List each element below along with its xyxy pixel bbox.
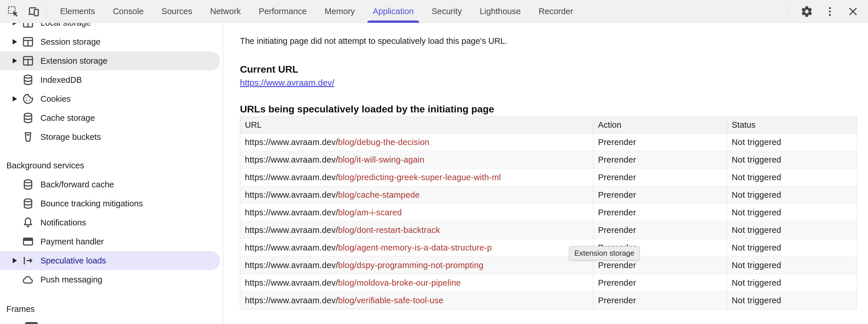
column-header-status: Status (727, 117, 857, 134)
database-icon (21, 73, 35, 86)
tab-recorder[interactable]: Recorder (530, 0, 582, 23)
status-cell: Not triggered (727, 204, 857, 221)
url-path: blog/cache-stampede (338, 190, 420, 200)
sidebar-item-bounce-tracking-mitigations[interactable]: Bounce tracking mitigations (0, 194, 223, 213)
inspect-icon[interactable] (5, 3, 21, 20)
speculative-urls-heading: URLs being speculatively loaded by the i… (240, 103, 868, 115)
tab-security[interactable]: Security (423, 0, 471, 23)
url-cell: https://www.avraam.dev/blog/debug-the-de… (240, 134, 593, 151)
table-icon (21, 54, 35, 67)
panel-tabs: ElementsConsoleSourcesNetworkPerformance… (46, 0, 582, 23)
table-row: https://www.avraam.dev/blog/it-will-swin… (240, 151, 857, 169)
table-row: https://www.avraam.dev/blog/debug-the-de… (240, 134, 857, 151)
tab-lighthouse[interactable]: Lighthouse (471, 0, 530, 23)
sidebar-item-label: Extension storage (40, 56, 107, 66)
frame-document-icon (25, 322, 38, 324)
url-path: blog/debug-the-decision (338, 138, 429, 147)
sidebar-item-storage-buckets[interactable]: Storage buckets (0, 128, 223, 146)
sidebar-item-session-storage[interactable]: Session storage (0, 32, 223, 51)
url-path: blog/it-will-swing-again (338, 155, 425, 164)
tab-performance[interactable]: Performance (250, 0, 316, 23)
application-sidebar: Local storageSession storageExtension st… (0, 23, 223, 324)
url-cell: https://www.avraam.dev/blog/am-i-scared (240, 204, 593, 221)
status-cell: Not triggered (727, 151, 857, 169)
status-cell: Not triggered (727, 169, 857, 186)
table-row: https://www.avraam.dev/blog/agent-memory… (240, 239, 857, 257)
tab-sources[interactable]: Sources (152, 0, 201, 23)
sidebar-item-label: Cache storage (40, 113, 95, 123)
table-icon (21, 35, 35, 48)
close-icon[interactable] (845, 3, 861, 20)
sidebar-item-extension-storage[interactable]: Extension storage (0, 51, 220, 70)
current-url-heading: Current URL (240, 63, 868, 75)
action-cell: Prerender (593, 204, 727, 221)
url-base: https://www.avraam.dev/ (245, 243, 338, 252)
tab-elements[interactable]: Elements (51, 0, 104, 23)
database-icon (21, 178, 35, 191)
expand-arrow-icon[interactable] (8, 96, 21, 102)
sidebar-item-speculative-loads[interactable]: Speculative loads (0, 251, 220, 270)
status-cell: Not triggered (727, 239, 857, 257)
action-cell: Prerender (593, 186, 727, 204)
sidebar-section-frames: Frames (0, 299, 223, 319)
expand-arrow-icon[interactable] (8, 258, 21, 263)
toolbar-left-icons (0, 3, 46, 20)
url-path: blog/moldova-broke-our-pipeline (338, 278, 461, 287)
table-icon (21, 23, 35, 29)
status-cell: Not triggered (727, 274, 857, 292)
sidebar-item-label: Notifications (40, 218, 86, 227)
table-row: https://www.avraam.dev/blog/predicting-g… (240, 169, 857, 186)
sidebar-item-label: Bounce tracking mitigations (40, 199, 143, 208)
sidebar-item-cache-storage[interactable]: Cache storage (0, 108, 223, 128)
status-cell: Not triggered (727, 134, 857, 151)
sidebar-item-push-messaging[interactable]: Push messaging (0, 270, 223, 289)
url-base: https://www.avraam.dev/ (245, 278, 338, 287)
sidebar-item-payment-handler[interactable]: Payment handler (0, 232, 223, 251)
current-url-link[interactable]: https://www.avraam.dev/ (240, 78, 334, 87)
cookie-icon (21, 92, 35, 106)
url-cell: https://www.avraam.dev/blog/agent-memory… (240, 239, 593, 257)
sidebar-item-label: Payment handler (40, 237, 104, 247)
action-cell: Prerender (593, 292, 727, 309)
tab-application[interactable]: Application (364, 0, 423, 23)
status-cell: Not triggered (727, 221, 857, 239)
column-header-action: Action (593, 117, 727, 134)
sidebar-item-label: Back/forward cache (40, 180, 114, 189)
table-row: https://www.avraam.dev/blog/am-i-scaredP… (240, 204, 857, 221)
device-toolbar-icon[interactable] (25, 3, 41, 20)
sidebar-item-label: Speculative loads (40, 256, 106, 265)
sidebar-item-back-forward-cache[interactable]: Back/forward cache (0, 175, 223, 194)
toolbar-right-icons (788, 3, 868, 20)
sidebar-item-cookies[interactable]: Cookies (0, 89, 223, 108)
tab-network[interactable]: Network (201, 0, 250, 23)
sidebar-item-label: Local storage (40, 23, 91, 28)
devtools-toolbar: ElementsConsoleSourcesNetworkPerformance… (0, 0, 868, 23)
status-message: The initiating page did not attempt to s… (240, 36, 868, 46)
url-base: https://www.avraam.dev/ (245, 190, 338, 200)
sidebar-item-notifications[interactable]: Notifications (0, 213, 223, 232)
devtools-content: Local storageSession storageExtension st… (0, 23, 868, 324)
table-header-row: URLActionStatus (240, 117, 857, 134)
table-row: https://www.avraam.dev/blog/dont-restart… (240, 221, 857, 239)
expand-arrow-icon[interactable] (8, 23, 21, 25)
url-base: https://www.avraam.dev/ (245, 155, 338, 164)
selected-tab-underline (367, 21, 419, 23)
status-cell: Not triggered (727, 292, 857, 309)
expand-arrow-icon[interactable] (8, 58, 21, 63)
speculative-loads-icon (21, 254, 35, 267)
sidebar-item-label: Cookies (40, 94, 71, 104)
tab-console[interactable]: Console (104, 0, 152, 23)
sidebar-item-indexeddb[interactable]: IndexedDB (0, 70, 223, 89)
url-path: blog/agent-memory-is-a-data-structure-p (338, 243, 492, 252)
speculative-loads-panel: The initiating page did not attempt to s… (223, 23, 868, 324)
kebab-menu-icon[interactable] (822, 3, 838, 20)
url-path: blog/dspy-programming-not-prompting (338, 261, 484, 270)
tab-memory[interactable]: Memory (316, 0, 364, 23)
status-cell: Not triggered (727, 186, 857, 204)
expand-arrow-icon[interactable] (8, 39, 21, 44)
url-base: https://www.avraam.dev/ (245, 138, 338, 147)
table-row: https://www.avraam.dev/blog/cache-stampe… (240, 186, 857, 204)
settings-gear-icon[interactable] (799, 3, 815, 20)
action-cell: Prerender (593, 221, 727, 239)
sidebar-item-local-storage[interactable]: Local storage (0, 23, 223, 32)
